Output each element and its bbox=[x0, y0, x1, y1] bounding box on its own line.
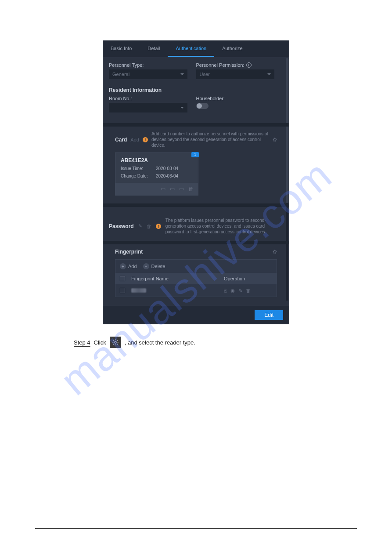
section-divider bbox=[103, 123, 289, 127]
fingerprint-op-header: Operation bbox=[224, 276, 277, 281]
card-id: ABE41E2A bbox=[121, 157, 193, 163]
warning-icon: ! bbox=[143, 137, 148, 142]
tabs-bar: Basic Info Detail Authentication Authori… bbox=[103, 40, 289, 57]
info-icon[interactable]: i bbox=[246, 62, 252, 68]
footer-bar: Edit bbox=[103, 306, 289, 324]
doc-step-text-b: , and select the reader type. bbox=[125, 339, 195, 346]
minus-icon: − bbox=[143, 263, 149, 269]
card-item: 1 ABE41E2A Issue Time: 2020-03-04 Change… bbox=[115, 152, 198, 196]
warning-icon: ! bbox=[156, 224, 161, 229]
room-no-label: Room No.: bbox=[109, 96, 196, 101]
plus-icon: + bbox=[120, 263, 126, 269]
fingerprint-name-cell bbox=[129, 288, 224, 293]
tab-authentication[interactable]: Authentication bbox=[168, 40, 214, 57]
card-actions-bar: ▭ ▭ ▭ 🗑 bbox=[115, 183, 198, 195]
fingerprint-title: Fingerprint bbox=[115, 249, 143, 255]
fingerprint-add-label: Add bbox=[128, 264, 137, 269]
fingerprint-panel: + Add − Delete Fingerprint Name Operat bbox=[115, 259, 277, 297]
issue-time-label: Issue Time: bbox=[121, 166, 156, 171]
trash-icon[interactable]: 🗑 bbox=[246, 288, 251, 294]
issue-time-value: 2020-03-04 bbox=[156, 166, 178, 171]
personnel-type-label: Personnel Type: bbox=[109, 62, 196, 68]
page-rule bbox=[35, 528, 357, 529]
password-note-text: The platform issues personnel password t… bbox=[165, 218, 283, 235]
section-divider bbox=[103, 203, 289, 207]
card-add-link[interactable]: Add bbox=[130, 137, 139, 142]
personnel-permission-select[interactable]: User bbox=[196, 69, 275, 79]
fingerprint-icon[interactable]: ◉ bbox=[230, 288, 235, 294]
doc-step-prefix: Step 4 bbox=[74, 339, 90, 346]
gear-icon[interactable]: ✿ bbox=[273, 137, 277, 143]
doc-step-text: Click bbox=[94, 339, 106, 346]
edit-button[interactable]: Edit bbox=[255, 310, 283, 320]
personnel-permission-label: Personnel Permission: i bbox=[196, 62, 284, 68]
checkbox-row[interactable] bbox=[120, 288, 125, 293]
edit-icon[interactable]: ✎ bbox=[138, 223, 142, 229]
householder-toggle[interactable] bbox=[196, 103, 209, 109]
fingerprint-delete-label: Delete bbox=[151, 264, 165, 269]
fingerprint-table-row: ⎘ ◉ ✎ 🗑 bbox=[115, 284, 277, 297]
trash-icon[interactable]: 🗑 bbox=[188, 186, 194, 192]
tab-authorize[interactable]: Authorize bbox=[214, 40, 250, 57]
svg-point-0 bbox=[115, 341, 116, 343]
card-action-icon[interactable]: ▭ bbox=[179, 186, 184, 192]
gear-box-icon bbox=[110, 337, 121, 348]
fingerprint-table-header: Fingerprint Name Operation bbox=[115, 273, 277, 284]
password-title: Password bbox=[109, 223, 134, 229]
change-date-value: 2020-03-04 bbox=[156, 174, 178, 178]
card-action-icon[interactable]: ▭ bbox=[170, 186, 175, 192]
personnel-permission-label-text: Personnel Permission: bbox=[196, 62, 245, 68]
card-note-text: Add card number to authorize personnel w… bbox=[151, 131, 269, 148]
householder-label: Householder: bbox=[196, 96, 284, 101]
personnel-type-select[interactable]: General bbox=[109, 69, 187, 79]
edit-icon[interactable]: ✎ bbox=[238, 288, 242, 294]
doc-step-line: Step 4 Click , and select the reader typ… bbox=[35, 337, 357, 348]
gear-icon[interactable]: ✿ bbox=[273, 249, 277, 255]
tab-basic-info[interactable]: Basic Info bbox=[103, 40, 140, 57]
fingerprint-delete-button[interactable]: − Delete bbox=[143, 263, 165, 269]
trash-icon[interactable]: 🗑 bbox=[147, 224, 151, 229]
section-divider bbox=[103, 241, 289, 244]
fingerprint-name-header: Fingerprint Name bbox=[129, 276, 224, 281]
change-date-label: Change Date: bbox=[121, 174, 156, 178]
resident-info-title: Resident Information bbox=[109, 87, 283, 93]
card-title: Card bbox=[115, 137, 127, 143]
page-content: Basic Info Detail Authentication Authori… bbox=[0, 0, 392, 366]
tab-detail[interactable]: Detail bbox=[140, 40, 168, 57]
card-action-icon[interactable]: ▭ bbox=[161, 186, 165, 192]
fingerprint-icon[interactable]: ⎘ bbox=[224, 288, 227, 294]
app-panel: Basic Info Detail Authentication Authori… bbox=[103, 40, 289, 324]
card-badge: 1 bbox=[191, 152, 199, 157]
checkbox-all[interactable] bbox=[120, 276, 125, 281]
fingerprint-add-button[interactable]: + Add bbox=[120, 263, 137, 269]
room-no-select[interactable] bbox=[109, 103, 187, 112]
